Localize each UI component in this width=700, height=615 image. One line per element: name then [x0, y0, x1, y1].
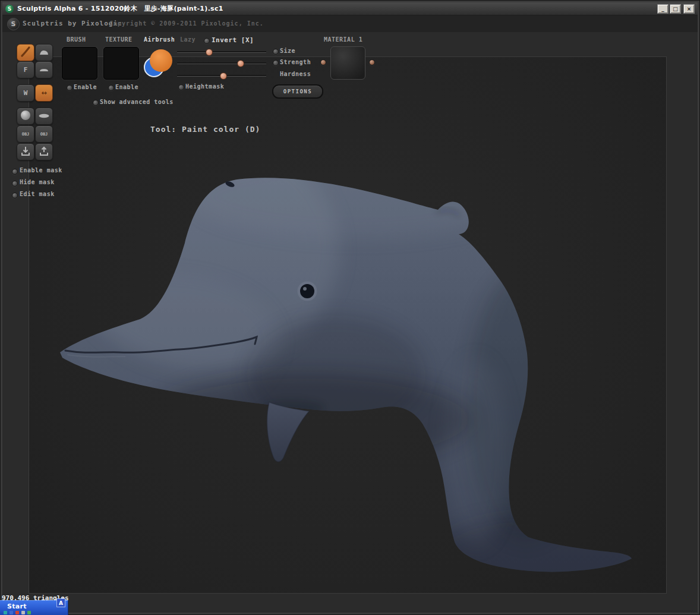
material-next-dot[interactable] — [369, 59, 375, 65]
invert-label: Invert [X] — [212, 36, 254, 44]
strength-slider-handle[interactable] — [237, 60, 244, 67]
strength-slider-track — [177, 62, 266, 64]
size-radio[interactable] — [273, 49, 279, 55]
plane-icon — [38, 109, 50, 123]
options-button[interactable]: OPTIONS — [272, 84, 323, 99]
quick-launch-area — [4, 611, 31, 614]
save-button[interactable] — [17, 143, 34, 160]
app-window: S Sculptris Alpha 6 - 1512020鈴木 里歩-海豚(pa… — [0, 0, 700, 615]
maximize-button[interactable]: □ — [670, 4, 681, 14]
tool-status-text: Tool: Paint color (D) — [150, 125, 260, 134]
quick-launch-icon[interactable] — [10, 611, 13, 614]
hardness-label: Hardness — [280, 71, 311, 77]
quick-launch-icon[interactable] — [27, 611, 31, 614]
ime-language-badge[interactable]: A — [56, 598, 65, 607]
app-header: S Sculptris by Pixologic Copyright © 200… — [2, 15, 698, 32]
edit-mask-label: Edit mask — [20, 191, 55, 197]
heightmask-radio[interactable] — [178, 84, 184, 90]
paint-color-swatch[interactable] — [143, 49, 176, 81]
options-label: OPTIONS — [283, 89, 312, 94]
size-label: Size — [280, 48, 295, 54]
fill-button[interactable]: F — [17, 61, 34, 78]
viewport-3d[interactable] — [29, 56, 667, 594]
titlebar: S Sculptris Alpha 6 - 1512020鈴木 里歩-海豚(pa… — [2, 2, 698, 15]
hide-mask-label: Hide mask — [20, 179, 55, 185]
brush-swatch[interactable] — [62, 47, 97, 80]
sphere-icon — [20, 109, 31, 123]
open-icon — [38, 145, 50, 159]
strength-radio[interactable] — [273, 60, 279, 66]
taskbar: Start A — [0, 600, 68, 615]
quick-launch-icon[interactable] — [4, 611, 7, 614]
material-section-label: MATERIAL 1 — [324, 36, 362, 43]
brush-icon — [20, 46, 31, 59]
hardness-slider-handle[interactable] — [220, 72, 227, 80]
material-swatch[interactable] — [330, 46, 365, 80]
save-icon — [20, 145, 31, 159]
window-title: Sculptris Alpha 6 - 1512020鈴木 里歩-海豚(pain… — [17, 4, 656, 13]
symmetry-arrows-icon: ↔ — [41, 89, 46, 97]
edit-mask-radio[interactable] — [12, 193, 18, 198]
import-obj-button[interactable]: OBJ — [17, 125, 34, 143]
lazy-label: Lazy — [180, 36, 196, 43]
copyright-text: Copyright © 2009-2011 Pixologic, Inc. — [109, 20, 264, 27]
export-obj-button[interactable]: OBJ — [35, 125, 53, 143]
heightmask-label: Heightmask — [185, 83, 224, 90]
flatten-icon — [38, 63, 50, 77]
size-slider-handle[interactable] — [206, 49, 213, 56]
brush-section-label: BRUSH — [67, 36, 86, 43]
symmetry-button[interactable]: ↔ — [35, 84, 53, 102]
show-advanced-radio[interactable] — [93, 100, 99, 106]
brand-text: Sculptris by Pixologic — [23, 20, 122, 27]
minimize-button[interactable]: _ — [657, 4, 669, 14]
color-circles-icon — [143, 49, 176, 78]
airbrush-label: Airbrush — [144, 36, 175, 43]
dolphin-model — [29, 57, 666, 593]
texture-section-label: TEXTURE — [105, 36, 133, 43]
strength-label: Strength — [280, 59, 311, 65]
quick-launch-icon[interactable] — [15, 611, 19, 614]
enable-mask-radio[interactable] — [12, 169, 18, 175]
obj-export-label: OBJ — [40, 132, 48, 137]
app-logo-icon: S — [5, 5, 14, 13]
clay-brush-button[interactable] — [35, 44, 53, 61]
quick-launch-icon[interactable] — [21, 611, 25, 614]
wireframe-label: W — [24, 89, 28, 97]
close-button[interactable]: × — [683, 4, 695, 14]
start-button[interactable]: Start — [7, 603, 27, 610]
material-prev-dot[interactable] — [320, 59, 326, 65]
texture-enable-radio[interactable] — [108, 85, 114, 91]
enable-mask-label: Enable mask — [20, 167, 62, 174]
pixologic-logo-icon: S — [7, 18, 20, 30]
size-slider[interactable] — [177, 48, 266, 55]
brush-enable-radio[interactable] — [67, 85, 72, 91]
show-advanced-label: Show advanced tools — [100, 99, 174, 105]
obj-import-label: OBJ — [22, 132, 30, 137]
wireframe-button[interactable]: W — [17, 84, 34, 102]
clay-icon — [38, 46, 50, 59]
flatten-button[interactable] — [35, 61, 53, 78]
brush-enable-label: Enable — [74, 84, 97, 90]
strength-slider[interactable] — [177, 59, 266, 67]
hide-mask-radio[interactable] — [12, 181, 18, 187]
size-slider-track — [177, 51, 266, 53]
new-plane-button[interactable] — [35, 108, 53, 125]
fill-label: F — [24, 66, 28, 74]
paint-brush-button[interactable] — [17, 44, 34, 61]
texture-enable-label: Enable — [115, 84, 138, 90]
open-button[interactable] — [35, 143, 53, 160]
invert-radio[interactable] — [204, 38, 210, 44]
hardness-slider[interactable] — [177, 72, 266, 79]
texture-swatch[interactable] — [103, 47, 139, 80]
new-sphere-button[interactable] — [17, 108, 34, 125]
